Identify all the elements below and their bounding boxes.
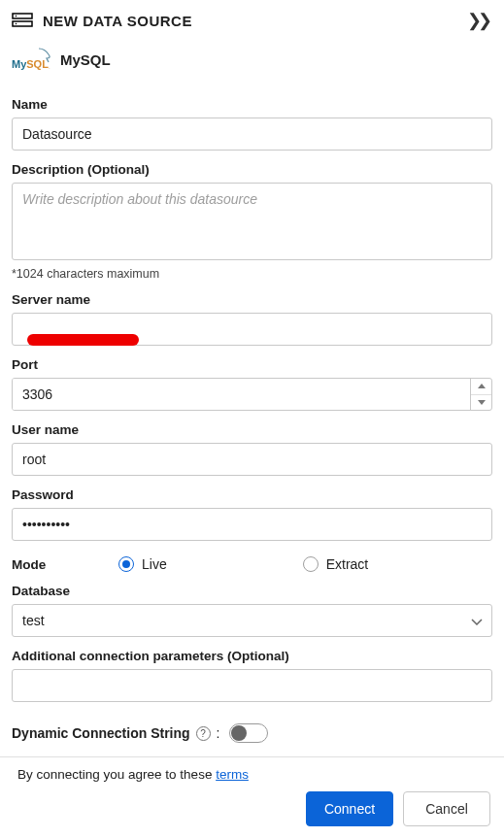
username-input[interactable]: [12, 443, 492, 476]
mysql-logo-icon: MySQL .: [12, 45, 54, 74]
database-label: Database: [12, 584, 492, 598]
mode-label: Mode: [12, 557, 118, 572]
toggle-knob: [231, 725, 247, 741]
additional-input[interactable]: [12, 669, 492, 702]
datasource-type-label: MySQL: [60, 51, 111, 68]
help-icon[interactable]: ?: [196, 726, 211, 741]
port-input[interactable]: [13, 379, 470, 410]
svg-point-2: [16, 16, 17, 17]
server-label: Server name: [12, 292, 492, 307]
password-input[interactable]: [12, 508, 492, 541]
dynamic-label: Dynamic Connection String: [12, 725, 190, 741]
field-dynamic-connection: Dynamic Connection String ? :: [12, 723, 492, 743]
datasource-icon: [12, 13, 33, 28]
footer: By connecting you agree to these terms C…: [0, 756, 504, 838]
connect-button[interactable]: Connect: [306, 791, 393, 826]
field-port: Port: [12, 357, 492, 411]
svg-text:.: .: [49, 64, 50, 70]
field-mode: Mode Live Extract: [12, 556, 492, 572]
svg-point-3: [16, 23, 17, 25]
port-step-down[interactable]: [471, 395, 491, 411]
name-label: Name: [12, 97, 492, 112]
field-description: Description (Optional) *1024 characters …: [12, 162, 492, 281]
svg-text:MySQL: MySQL: [12, 58, 49, 70]
username-label: User name: [12, 422, 492, 437]
datasource-form: Name Description (Optional) *1024 charac…: [0, 82, 504, 743]
field-server: Server name: [12, 292, 492, 346]
server-input[interactable]: [12, 313, 492, 346]
terms-link[interactable]: terms: [216, 767, 249, 782]
panel-header: NEW DATA SOURCE ❯❯: [0, 0, 504, 37]
password-label: Password: [12, 487, 492, 502]
name-input[interactable]: [12, 117, 492, 151]
field-password: Password: [12, 487, 492, 541]
mode-radio-extract[interactable]: Extract: [303, 556, 369, 572]
additional-label: Additional connection parameters (Option…: [12, 649, 492, 663]
radio-checked-icon: [118, 556, 134, 572]
mode-radio-live[interactable]: Live: [118, 556, 167, 572]
mode-live-label: Live: [142, 556, 167, 572]
port-spinner: [470, 379, 491, 410]
field-database: Database: [12, 584, 492, 637]
database-select[interactable]: [12, 604, 492, 637]
field-name: Name: [12, 97, 492, 151]
description-label: Description (Optional): [12, 162, 492, 177]
radio-unchecked-icon: [303, 556, 319, 572]
port-step-up[interactable]: [471, 379, 491, 395]
agree-prefix: By connecting you agree to these: [17, 767, 216, 782]
port-label: Port: [12, 357, 492, 372]
dynamic-colon: :: [217, 725, 220, 741]
dynamic-toggle[interactable]: [229, 723, 268, 743]
description-textarea[interactable]: [12, 183, 492, 260]
agree-text: By connecting you agree to these terms: [14, 767, 490, 782]
description-helper: *1024 characters maximum: [12, 267, 492, 281]
field-username: User name: [12, 422, 492, 476]
footer-buttons: Connect Cancel: [14, 791, 490, 826]
mode-radio-group: Live Extract: [118, 556, 368, 572]
panel-title: NEW DATA SOURCE: [43, 13, 463, 29]
cancel-button[interactable]: Cancel: [403, 791, 490, 826]
field-additional-params: Additional connection parameters (Option…: [12, 649, 492, 702]
expand-icon[interactable]: ❯❯: [463, 8, 492, 33]
datasource-type-row: MySQL . MySQL: [0, 37, 504, 82]
mode-extract-label: Extract: [326, 556, 369, 572]
